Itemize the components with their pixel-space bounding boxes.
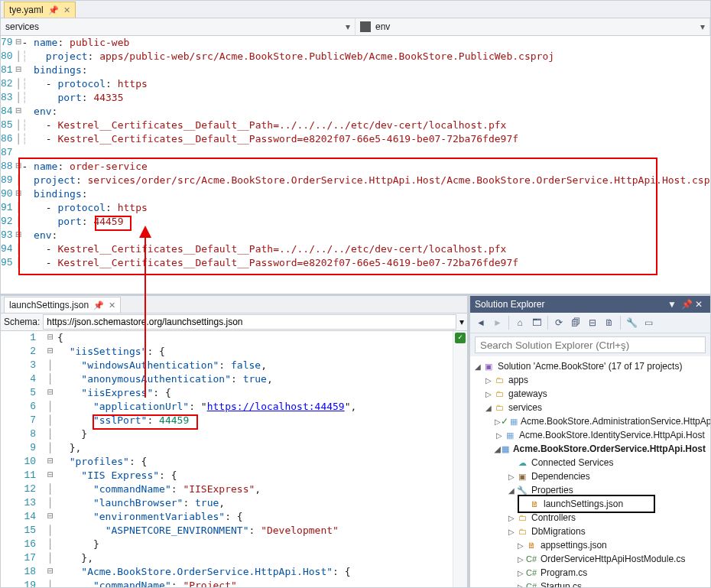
node-connected[interactable]: ☁Connected Services	[470, 456, 710, 469]
filter-button[interactable]: 🗐	[568, 315, 583, 330]
collapse-button[interactable]: ⊟	[585, 315, 600, 330]
project-identity[interactable]: ▷▦Acme.BookStore.IdentityService.HttpApi…	[470, 428, 710, 442]
sync-button[interactable]: ⟳	[551, 315, 567, 330]
pin-icon[interactable]: 📌	[681, 299, 692, 310]
project-order[interactable]: ◢▦Acme.BookStore.OrderService.HttpApi.Ho…	[470, 442, 710, 456]
close-icon[interactable]: ✕	[63, 5, 70, 15]
schema-label: Schema:	[4, 317, 40, 327]
folder-controllers[interactable]: ▷🗀Controllers	[470, 511, 710, 525]
folder-dbm[interactable]: ▷🗀DbMigrations	[470, 525, 710, 538]
solution-toolbar: ◄ ► ⌂ 🗔 ⟳ 🗐 ⊟ 🗎 🔧 ▭	[470, 313, 710, 333]
yaml-crumb-left[interactable]: services ▾	[1, 18, 356, 35]
tab-label: tye.yaml	[9, 5, 44, 15]
yaml-crumb-right[interactable]: env ▾	[356, 18, 710, 35]
node-deps[interactable]: ▷▣Dependencies	[470, 469, 710, 483]
yaml-editor-pane: services ▾ env ▾ 798081828384858687 8889…	[1, 18, 710, 296]
json-schema-row: Schema: ▾	[1, 313, 467, 331]
project-admin[interactable]: ▷✓▦Acme.BookStore.AdministrationService.…	[470, 414, 710, 428]
json-tabstrip: launchSettings.json 📌 ✕	[1, 296, 467, 313]
yaml-gutter: 798081828384858687 8889909192939495	[1, 36, 16, 294]
folder-services[interactable]: ◢🗀services	[470, 401, 710, 414]
tab-tye-yaml[interactable]: tye.yaml 📌 ✕	[4, 2, 76, 18]
yaml-code[interactable]: - name: public-web┆ project: apps/public…	[21, 36, 711, 294]
home-button[interactable]: ⌂	[512, 315, 528, 330]
tab-launchsettings[interactable]: launchSettings.json 📌 ✕	[4, 297, 121, 313]
chevron-down-icon: ▾	[700, 21, 705, 32]
solution-explorer: Solution Explorer ▼ 📌 ✕ ◄ ► ⌂ 🗔 ⟳ 🗐 ⊟	[469, 296, 710, 587]
solution-tree[interactable]: ◢▣Solution 'Acme.BookStore' (17 of 17 pr…	[470, 356, 710, 587]
file-program[interactable]: ▷C#Program.cs	[470, 566, 710, 580]
yaml-fold-col[interactable]: ⊟│⊟││⊟││ ⊟│⊟││⊟││	[16, 36, 22, 294]
dropdown-icon[interactable]: ▼	[667, 299, 678, 310]
switch-view-button[interactable]: 🗔	[529, 315, 544, 330]
panel-title-bar[interactable]: Solution Explorer ▼ 📌 ✕	[470, 296, 710, 313]
file-module[interactable]: ▷C#OrderServiceHttpApiHostModule.cs	[470, 552, 710, 566]
schema-input[interactable]	[43, 314, 456, 330]
yaml-tabstrip: tye.yaml 📌 ✕	[1, 1, 710, 18]
json-fold-col[interactable]: ⊟⊟││⊟││││⊟⊟││⊟│││⊟││││⊟│	[44, 331, 57, 587]
close-icon[interactable]: ✕	[695, 299, 706, 310]
preview-button[interactable]: ▭	[641, 315, 656, 330]
properties-button[interactable]: 🔧	[624, 315, 639, 330]
json-status-strip: ✓	[453, 331, 467, 587]
yaml-editor[interactable]: 798081828384858687 8889909192939495 ⊟│⊟│…	[1, 36, 710, 294]
folder-gateways[interactable]: ▷🗀gateways	[470, 387, 710, 401]
pin-icon[interactable]: 📌	[48, 5, 59, 15]
chevron-down-icon: ▾	[346, 21, 350, 32]
fwd-button[interactable]: ►	[490, 315, 505, 330]
status-ok-icon: ✓	[455, 333, 466, 343]
file-launchsettings[interactable]: 🗎launchSettings.json	[470, 497, 710, 511]
folder-apps[interactable]: ▷🗀apps	[470, 373, 710, 387]
file-startup[interactable]: ▷C#Startup.cs	[470, 580, 710, 587]
tab-label: launchSettings.json	[9, 300, 89, 310]
chevron-down-icon[interactable]: ▾	[459, 317, 464, 327]
solution-search-input[interactable]	[475, 336, 706, 353]
solution-node[interactable]: ◢▣Solution 'Acme.BookStore' (17 of 17 pr…	[470, 359, 710, 373]
back-button[interactable]: ◄	[473, 315, 489, 330]
json-code[interactable]: { "iisSettings": { "windowsAuthenticatio…	[57, 331, 453, 587]
node-icon	[360, 21, 371, 32]
yaml-breadcrumb: services ▾ env ▾	[1, 18, 710, 36]
json-editor[interactable]: 123456789101112131415161718192021222324 …	[1, 331, 467, 587]
json-gutter: 123456789101112131415161718192021222324	[1, 331, 39, 587]
node-props[interactable]: ◢🔧Properties	[470, 483, 710, 497]
pin-icon[interactable]: 📌	[93, 300, 104, 310]
close-icon[interactable]: ✕	[109, 300, 115, 310]
json-editor-pane: launchSettings.json 📌 ✕ Schema: ▾ 123456…	[1, 296, 469, 587]
panel-title: Solution Explorer	[475, 299, 544, 310]
show-all-button[interactable]: 🗎	[602, 315, 617, 330]
file-appsettings[interactable]: ▷🗎appsettings.json	[470, 538, 710, 552]
